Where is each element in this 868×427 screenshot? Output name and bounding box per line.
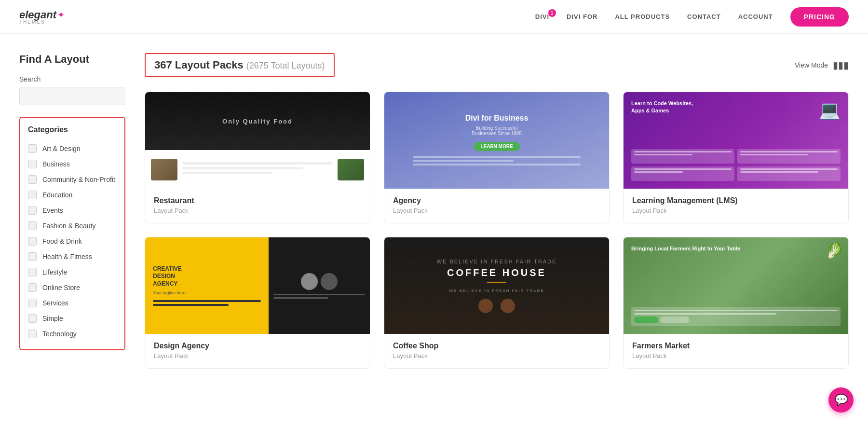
da-items (301, 273, 338, 290)
category-checkbox[interactable] (28, 175, 37, 184)
card-title-farmers-market: Farmers Market (632, 342, 840, 350)
card-info-design-agency: Design Agency Layout Pack (145, 334, 370, 368)
category-label: Simple (42, 315, 63, 322)
category-simple[interactable]: Simple (28, 311, 117, 326)
category-checkbox[interactable] (28, 299, 37, 307)
coffee-divider (487, 282, 506, 283)
layout-card-agency[interactable]: Divi for Business Building SuccessfulBus… (384, 92, 610, 223)
farmers-btn (634, 317, 658, 323)
card-subtitle-restaurant: Layout Pack (154, 207, 361, 214)
category-technology[interactable]: Technology (28, 326, 117, 342)
coffee-bottom (478, 299, 515, 313)
header: elegant ✦ themes DIVI 1 DIVI FOR ALL PRO… (0, 0, 868, 34)
lms-line (740, 168, 838, 170)
category-checkbox[interactable] (28, 268, 37, 276)
category-checkbox[interactable] (28, 252, 37, 261)
lms-headline: Learn to Code Websites,Apps & Games (631, 100, 841, 115)
text-line (182, 172, 272, 174)
farmers-bottom (631, 307, 841, 326)
category-business[interactable]: Business (28, 156, 117, 172)
lms-top-section: Learn to Code Websites,Apps & Games 💻 (631, 100, 841, 149)
category-online-store[interactable]: Online Store (28, 280, 117, 295)
category-label: Health & Fitness (42, 253, 92, 261)
category-checkbox[interactable] (28, 283, 37, 292)
da-line (153, 300, 261, 302)
category-health-fitness[interactable]: Health & Fitness (28, 249, 117, 264)
card-info-coffee-shop: Coffee Shop Layout Pack (384, 334, 609, 368)
divi-badge: 1 (548, 9, 556, 17)
layout-card-lms[interactable]: Learn to Code Websites,Apps & Games 💻 (623, 92, 849, 223)
card-info-agency: Agency Layout Pack (384, 189, 609, 223)
lms-line (740, 171, 818, 173)
text-line (182, 162, 333, 165)
logo[interactable]: elegant ✦ themes (19, 9, 65, 25)
category-label: Events (42, 207, 63, 214)
logo-star-icon: ✦ (57, 10, 65, 20)
coffee-tagline: WE BELIEVE IN FRESH FAIR TRADE (449, 289, 544, 293)
layout-grid: Only Quality Food Restaurant Lay (145, 92, 849, 369)
text-line (182, 167, 303, 169)
category-checkbox[interactable] (28, 160, 37, 168)
agency-main-text: Divi for Business (465, 114, 529, 123)
category-checkbox[interactable] (28, 237, 37, 246)
lms-line (634, 151, 732, 152)
lms-line (634, 171, 683, 173)
card-image-lms: Learn to Code Websites,Apps & Games 💻 (624, 92, 848, 189)
nav-contact[interactable]: CONTACT (687, 13, 721, 20)
card-subtitle-agency: Layout Pack (393, 207, 600, 214)
category-fashion-beauty[interactable]: Fashion & Beauty (28, 218, 117, 234)
coffee-top: WE BELIEVE IN FRESH FAIR TRADE (437, 259, 557, 264)
sidebar: Find A Layout Search Categories Art & De… (19, 53, 125, 369)
category-checkbox[interactable] (28, 314, 37, 323)
category-checkbox[interactable] (28, 191, 37, 199)
lms-line (740, 154, 808, 155)
view-mode-control[interactable]: View Mode ▮▮▮ (795, 59, 849, 71)
total-layouts-text: (2675 Total Layouts) (246, 61, 325, 70)
layout-card-coffee-shop[interactable]: WE BELIEVE IN FRESH FAIR TRADE COFFEE HO… (384, 237, 610, 369)
category-label: Technology (42, 330, 77, 338)
category-checkbox[interactable] (28, 206, 37, 215)
category-education[interactable]: Education (28, 187, 117, 203)
main-container: Find A Layout Search Categories Art & De… (0, 34, 868, 388)
layout-card-design-agency[interactable]: CREATIVEDESIGNAGENCY Your tagline here (145, 237, 370, 369)
farmers-headline: Bringing Local Farmers Right to Your Tab… (631, 245, 757, 252)
card-subtitle-lms: Layout Pack (632, 207, 840, 214)
category-checkbox[interactable] (28, 221, 37, 230)
category-lifestyle[interactable]: Lifestyle (28, 264, 117, 280)
da-right-line (273, 294, 365, 295)
content-header: 367 Layout Packs (2675 Total Layouts) Vi… (145, 53, 849, 77)
layout-count-text: 367 Layout Packs (154, 59, 244, 71)
da-headline: CREATIVEDESIGNAGENCY (153, 265, 261, 288)
farmers-cta-area (634, 317, 838, 323)
restaurant-bottom-section (145, 150, 370, 189)
pricing-button[interactable]: PRICING (790, 7, 849, 27)
design-agency-right (269, 237, 370, 334)
lms-mini-card (737, 166, 841, 181)
search-input[interactable] (19, 87, 125, 105)
category-checkbox[interactable] (28, 330, 37, 338)
category-events[interactable]: Events (28, 203, 117, 218)
nav-all-products[interactable]: ALL PRODUCTS (615, 13, 670, 20)
grid-view-icon[interactable]: ▮▮▮ (833, 59, 849, 71)
category-label: Fashion & Beauty (42, 222, 96, 230)
category-label: Art & Design (42, 145, 81, 152)
agency-image-content: Divi for Business Building SuccessfulBus… (384, 92, 609, 189)
lms-line (634, 168, 732, 170)
category-label: Education (42, 191, 72, 199)
farmers-veg-icon: 🥬 (826, 242, 843, 259)
layout-card-restaurant[interactable]: Only Quality Food Restaurant Lay (145, 92, 370, 223)
nav-account[interactable]: ACCOUNT (738, 13, 773, 20)
card-subtitle-farmers-market: Layout Pack (632, 352, 840, 359)
nav-divi[interactable]: DIVI 1 (535, 13, 549, 20)
coffee-icon (501, 299, 515, 313)
main-nav: DIVI 1 DIVI FOR ALL PRODUCTS CONTACT ACC… (535, 7, 849, 27)
category-services[interactable]: Services (28, 295, 117, 311)
category-checkbox[interactable] (28, 144, 37, 153)
category-community-nonprofit[interactable]: Community & Non-Profit (28, 172, 117, 187)
category-art-design[interactable]: Art & Design (28, 141, 117, 156)
layout-card-farmers-market[interactable]: Bringing Local Farmers Right to Your Tab… (623, 237, 849, 369)
view-mode-label: View Mode (795, 61, 828, 69)
nav-divi-for[interactable]: DIVI FOR (567, 13, 597, 20)
category-food-drink[interactable]: Food & Drink (28, 234, 117, 249)
farmers-image-content: Bringing Local Farmers Right to Your Tab… (624, 237, 848, 334)
